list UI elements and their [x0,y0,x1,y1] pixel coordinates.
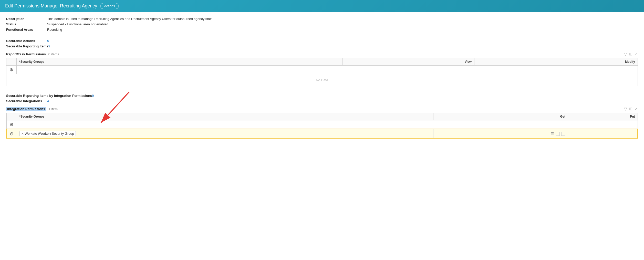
list-icon[interactable]: ☰ [551,132,554,136]
report-task-permissions-count: 0 items [48,52,59,56]
columns-icon[interactable]: ⊞ [629,52,632,56]
securable-reporting-items-label: Securable Reporting Items [6,44,48,48]
integration-permissions-icons: ▽ ⊞ ⤢ [624,107,638,111]
integration-get-checkbox-cell: ☰ [433,129,568,138]
modify-col-header: Modify [474,58,638,66]
securable-integrations-label: Securable Integrations [6,99,47,103]
report-task-permissions-title-area: Report/Task Permissions 0 items [6,52,59,56]
securable-reporting-integration-row: Securable Reporting Items by Integration… [6,94,638,98]
report-task-permissions-table: *Security Groups View Modify ⊕ No Data [6,58,638,86]
integration-permissions-table: *Security Groups Get Put ⊕ ⊖ [6,113,638,139]
integration-columns-icon[interactable]: ⊞ [629,107,632,111]
main-content: Description This domain is used to manag… [0,12,644,260]
integration-permissions-title: Integration Permissions [6,107,46,111]
description-value: This domain is used to manage Recruiting… [47,17,213,21]
report-task-permissions-title: Report/Task Permissions [6,52,46,56]
functional-areas-row: Functional Areas Recruiting [6,28,638,32]
report-task-permissions-section: Report/Task Permissions 0 items ▽ ⊞ ⤢ *S… [6,52,638,86]
no-data-row: No Data [6,74,638,86]
no-data-cell: No Data [6,74,638,86]
integration-put-col: Put [568,113,638,120]
securable-actions-label: Securable Actions [6,39,47,43]
securable-integrations-row: Securable Integrations 4 [6,99,638,103]
filter-icon[interactable]: ▽ [624,52,627,56]
functional-areas-label: Functional Areas [6,28,47,32]
securable-integrations-link[interactable]: 4 [47,99,49,103]
integration-security-group-cell: ✕ Workato (Worker) Security Group [17,129,433,138]
divider-1 [6,36,638,36]
divider-2 [6,91,638,91]
page-title: Edit Permissions Manage: Recruiting Agen… [5,3,97,9]
integration-expand-icon[interactable]: ⤢ [635,107,638,111]
securable-actions-row: Securable Actions 5 [6,39,638,43]
integration-data-row: ⊖ ✕ Workato (Worker) Security Group ☰ [6,129,638,138]
integration-add-col [6,113,17,120]
integration-add-row: ⊕ [6,120,638,129]
integration-permissions-header: Integration Permissions 1 item ▽ ⊞ ⤢ [6,107,638,111]
integration-row-actions: ☰ [436,132,565,136]
securable-reporting-items-row: Securable Reporting Items 9 [6,44,638,48]
put-checkbox[interactable] [561,132,565,136]
tag-remove-icon[interactable]: ✕ [21,132,24,136]
securable-reporting-integration-link[interactable]: 9 [92,94,94,98]
description-label: Description [6,17,47,21]
security-groups-col-header: *Security Groups [17,58,342,66]
report-task-permissions-icons: ▽ ⊞ ⤢ [624,52,638,56]
report-task-permissions-header: Report/Task Permissions 0 items ▽ ⊞ ⤢ [6,52,638,56]
integration-permissions-count: 1 item [49,107,58,111]
securable-reporting-items-link[interactable]: 9 [48,44,50,48]
report-task-add-button[interactable]: ⊕ [9,67,13,72]
description-row: Description This domain is used to manag… [6,17,638,21]
view-col-header: View [342,58,474,66]
functional-areas-value: Recruiting [47,28,62,32]
get-checkbox[interactable] [556,132,560,136]
page-header: Edit Permissions Manage: Recruiting Agen… [0,0,644,12]
status-value: Suspended - Functional area not enabled [47,22,108,26]
securable-actions-link[interactable]: 5 [47,39,49,43]
integration-filter-icon[interactable]: ▽ [624,107,627,111]
integration-add-button[interactable]: ⊕ [10,122,14,127]
integration-remove-button[interactable]: ⊖ [10,131,14,136]
meta-section: Description This domain is used to manag… [6,17,638,32]
integration-permissions-section: Integration Permissions 1 item ▽ ⊞ ⤢ *Se… [6,107,638,139]
integration-security-groups-col: *Security Groups [17,113,433,120]
add-col-header [6,58,17,66]
securable-reporting-integration-label: Securable Reporting Items by Integration… [6,94,92,98]
security-group-tag: ✕ Workato (Worker) Security Group [19,131,76,136]
integration-get-col: Get [433,113,568,120]
status-label: Status [6,22,47,26]
security-group-tag-text: Workato (Worker) Security Group [25,132,74,136]
expand-icon[interactable]: ⤢ [635,52,638,56]
status-row: Status Suspended - Functional area not e… [6,22,638,26]
report-task-add-row: ⊕ [6,66,638,74]
actions-button[interactable]: Actions [100,3,119,9]
integration-permissions-title-area: Integration Permissions 1 item [6,107,58,111]
